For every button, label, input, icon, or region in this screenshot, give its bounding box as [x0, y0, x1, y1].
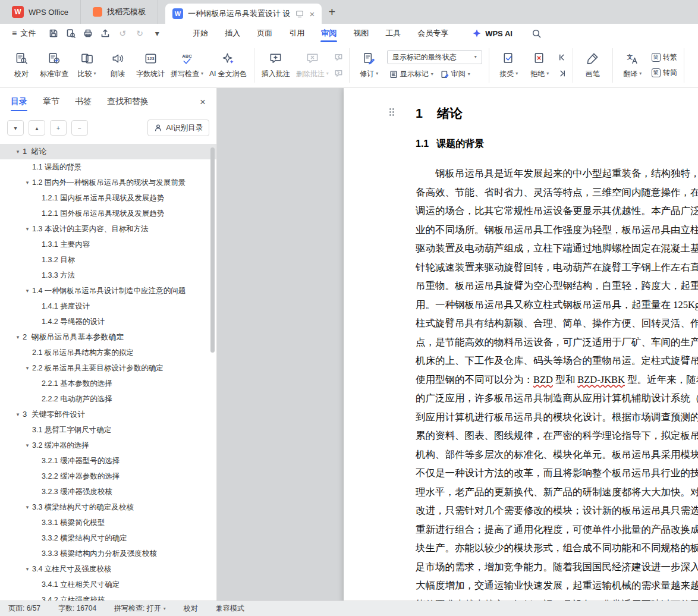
caret-down-icon[interactable]: ▾ [13, 149, 23, 155]
restrict-edit-button[interactable]: 限 [688, 46, 698, 84]
tab-start[interactable]: 开始 [184, 24, 216, 43]
close-tab-icon[interactable]: × [310, 10, 315, 18]
tab-reference[interactable]: 引用 [281, 24, 313, 43]
status-compat-mode[interactable]: 兼容模式 [216, 604, 244, 614]
sidebar-tab-toc[interactable]: 目录 [11, 88, 27, 115]
toc-item[interactable]: ▾2 钢板吊运吊具基本参数确定 [0, 329, 216, 345]
search-button[interactable] [532, 29, 541, 38]
export-button[interactable] [98, 26, 112, 40]
read-aloud-button[interactable]: 朗读 [102, 46, 133, 84]
show-markup-button[interactable]: 显示标记 ▾ [387, 68, 436, 80]
toc-item[interactable]: 3.4.1 立柱相关尺寸确定 [0, 577, 216, 592]
status-page[interactable]: 页面: 6/57 [8, 604, 40, 614]
close-sidebar-icon[interactable]: × [200, 97, 206, 107]
document-page[interactable]: 1绪论 1.1课题的背景 钢板吊运吊具是近年发展起来的中小型起重装备，结构独特，… [344, 88, 698, 601]
standard-review-button[interactable]: 标准审查 [37, 46, 71, 84]
next-change-button[interactable] [556, 67, 568, 79]
toc-item[interactable]: 1.3.1 主要内容 [0, 237, 216, 252]
print-preview-button[interactable] [64, 26, 78, 40]
tab-member[interactable]: 会员专享 [409, 24, 457, 43]
tab-wps-office[interactable]: W WPS Office [0, 0, 81, 24]
markup-state-select[interactable]: 显示标记的最终状态 ▾ [387, 50, 482, 64]
caret-down-icon[interactable]: ▾ [13, 334, 23, 340]
ai-recognize-toc-button[interactable]: AI识别目录 [147, 120, 209, 136]
toc-item[interactable]: ▾3.3 横梁结构尺寸的确定及校核 [0, 499, 216, 515]
toc-item[interactable]: 3.3.1 横梁简化模型 [0, 515, 216, 530]
toc-item[interactable]: ▾2.2 板吊运吊具主要目标设计参数的确定 [0, 360, 216, 376]
toc-item[interactable]: 3.3.2 横梁结构尺寸的确定 [0, 530, 216, 546]
tab-review[interactable]: 审阅 [313, 24, 345, 43]
caret-down-icon[interactable]: ▾ [23, 566, 32, 572]
sidebar-tab-find-replace[interactable]: 查找和替换 [107, 88, 149, 115]
collapse-level-button[interactable]: − [71, 120, 88, 136]
drag-handle-icon[interactable] [389, 108, 395, 117]
sidebar-tab-bookmarks[interactable]: 书签 [75, 88, 92, 115]
expand-all-button[interactable]: ▾ [7, 120, 24, 136]
wps-ai-button[interactable]: WPS AI [472, 29, 513, 38]
proofread-button[interactable]: 校对 [6, 46, 37, 84]
toc-item[interactable]: ▾1.3 本设计的主要内容、目标和方法 [0, 221, 216, 237]
toc-item[interactable]: 2.2.2 电动葫芦的选择 [0, 391, 216, 407]
sidebar-scrollbar[interactable] [210, 147, 215, 353]
toc-item[interactable]: 3.4.2 立柱强度校核 [0, 592, 216, 601]
toc-item[interactable]: 1.4.2 导绳器的设计 [0, 314, 216, 329]
to-traditional-button[interactable]: 简 转繁 [649, 51, 680, 64]
expand-level-button[interactable]: + [50, 120, 67, 136]
toc-item[interactable]: 3.2.3 缓冲器强度校核 [0, 484, 216, 499]
word-count-button[interactable]: 123 字数统计 [133, 46, 168, 84]
caret-down-icon[interactable]: ▾ [23, 180, 32, 186]
toc-item[interactable]: 1.2.1 国外板吊运吊具现状及发展趋势 [0, 206, 216, 221]
tab-view[interactable]: 视图 [345, 24, 377, 43]
redo-button[interactable]: ↻ [133, 26, 147, 40]
compare-button[interactable]: 比较▾ [71, 46, 102, 84]
caret-down-icon[interactable]: ▾ [23, 504, 32, 510]
toc-item[interactable]: ▾3.2 缓冲器的选择 [0, 438, 216, 453]
toc-item[interactable]: 1.4.1 挠度设计 [0, 298, 216, 314]
caret-down-icon[interactable]: ▾ [23, 226, 32, 232]
review-pane-button[interactable]: 审阅 ▾ [438, 68, 473, 80]
status-proofread[interactable]: 校对 [184, 604, 198, 614]
reject-button[interactable]: 拒绝▾ [524, 46, 555, 84]
sidebar-tab-chapters[interactable]: 章节 [43, 88, 59, 115]
previous-change-button[interactable] [556, 51, 568, 63]
insert-comment-button[interactable]: 插入批注 [259, 46, 293, 84]
tab-page[interactable]: 页面 [249, 24, 281, 43]
toc-item[interactable]: 1.3.3 方法 [0, 268, 216, 283]
translate-button[interactable]: 文 翻译▾ [617, 46, 648, 84]
toc-item[interactable]: ▾1.2 国内外一种钢板吊运吊具的现状与发展前景 [0, 175, 216, 190]
collapse-all-button[interactable]: ▴ [29, 120, 45, 136]
toc-item[interactable]: 1.3.2 目标 [0, 252, 216, 268]
next-comment-button[interactable] [333, 67, 345, 79]
undo-button[interactable]: ↺ [115, 26, 130, 40]
toc-item[interactable]: 2.1 板吊运吊具结构方案的拟定 [0, 345, 216, 360]
toc-item[interactable]: 3.2.2 缓冲器参数的选择 [0, 469, 216, 484]
caret-down-icon[interactable]: ▾ [23, 442, 32, 448]
tab-tools[interactable]: 工具 [377, 24, 409, 43]
toc-item[interactable]: 3.1 悬臂工字钢尺寸确定 [0, 422, 216, 438]
new-tab-button[interactable]: + [322, 0, 342, 24]
file-menu-button[interactable]: ≡ 文件 [7, 24, 40, 43]
toc-item[interactable]: 1.1 课题的背景 [0, 159, 216, 175]
quickbar-more-button[interactable]: ▾ [150, 26, 164, 40]
tab-insert[interactable]: 插入 [216, 24, 249, 43]
toc-item[interactable]: 2.2.1 基本参数的选择 [0, 376, 216, 391]
status-word-count[interactable]: 字数: 16704 [58, 604, 96, 614]
toc-item[interactable]: 1.2.1 国内板吊运吊具现状及发展趋势 [0, 190, 216, 206]
previous-comment-button[interactable] [333, 51, 345, 63]
save-button[interactable] [46, 26, 61, 40]
toc-item[interactable]: 3.2.1 缓冲器型号的选择 [0, 453, 216, 469]
caret-down-icon[interactable]: ▾ [23, 288, 32, 294]
delete-comment-button[interactable]: 删除批注▾ [293, 46, 332, 84]
accept-button[interactable]: 接受▾ [493, 46, 524, 84]
spell-check-button[interactable]: ABC 拼写检查▾ [168, 46, 206, 84]
to-simplified-button[interactable]: 繁 转简 [649, 67, 680, 79]
brush-button[interactable]: 画笔 [577, 46, 608, 84]
toc-item[interactable]: ▾3 关键零部件设计 [0, 407, 216, 422]
caret-down-icon[interactable]: ▾ [13, 411, 23, 417]
ai-polish-button[interactable]: AI 全文润色 [206, 46, 250, 84]
toc-item[interactable]: ▾3.4 立柱尺寸及强度校核 [0, 561, 216, 577]
status-spellcheck[interactable]: 拼写检查: 打开 ▾ [114, 604, 166, 614]
toc-item[interactable]: ▾1.4 一种钢板吊运吊具设计制造中应注意的问题 [0, 283, 216, 298]
print-button[interactable] [81, 26, 95, 40]
tab-docer-template[interactable]: 找稻壳模板 [81, 0, 158, 24]
